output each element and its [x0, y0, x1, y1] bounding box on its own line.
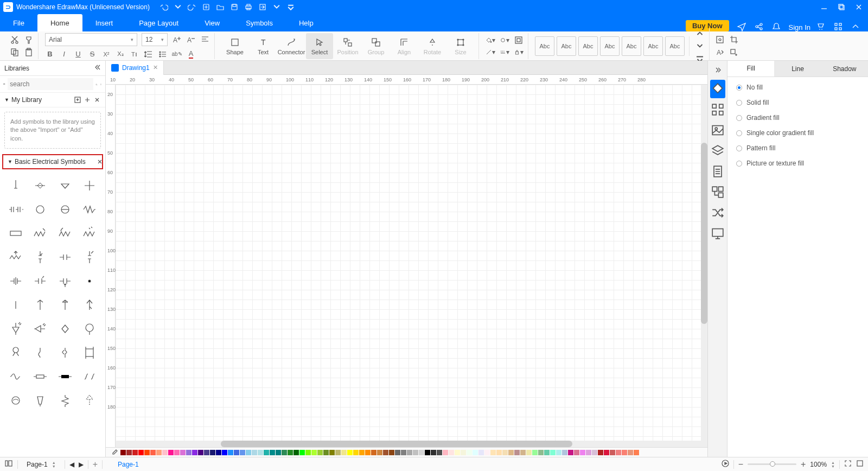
color-swatch[interactable] [228, 450, 233, 455]
tab-fill[interactable]: Fill [727, 61, 774, 77]
highlight-icon[interactable]: ab✎ [172, 49, 182, 59]
color-swatch[interactable] [502, 450, 508, 455]
color-swatch[interactable] [419, 450, 424, 455]
color-swatch[interactable] [138, 450, 144, 455]
color-swatch[interactable] [586, 450, 591, 455]
menu-page-layout[interactable]: Page Layout [126, 14, 192, 31]
fill-option-gradient-fill[interactable]: Gradient fill [736, 114, 859, 122]
same-size-icon[interactable] [514, 35, 524, 45]
drawing-canvas[interactable] [116, 85, 707, 447]
text-tool-button[interactable]: TText [250, 33, 277, 59]
color-swatch[interactable] [198, 450, 203, 455]
vertical-scrollbar[interactable] [701, 85, 707, 447]
color-swatch[interactable] [538, 450, 544, 455]
group-tool-button[interactable]: Group [362, 33, 390, 59]
grid-panel-icon[interactable] [710, 100, 725, 119]
color-swatch[interactable] [353, 450, 359, 455]
increase-font-icon[interactable]: A [172, 35, 182, 44]
theme-preset-5[interactable]: Abc [643, 36, 663, 56]
color-swatch[interactable] [299, 450, 305, 455]
menu-symbols[interactable]: Symbols [233, 14, 286, 31]
bullets-icon[interactable] [158, 49, 168, 59]
close-icon[interactable] [855, 3, 863, 11]
color-swatch[interactable] [634, 450, 639, 455]
subscript-icon[interactable]: X₂ [116, 49, 125, 59]
color-swatch[interactable] [413, 450, 418, 455]
zoom-down-icon[interactable]: ▼ [831, 464, 835, 468]
export-icon[interactable] [258, 3, 267, 11]
electrical-symbol-39[interactable] [78, 389, 103, 412]
shuffle-panel-icon[interactable] [710, 203, 725, 222]
color-swatch[interactable] [467, 450, 472, 455]
menu-home[interactable]: Home [37, 14, 82, 31]
zoom-level[interactable]: 100% [810, 461, 827, 468]
italic-icon[interactable]: I [59, 49, 69, 59]
electrical-symbol-7[interactable] [78, 198, 103, 221]
fill-panel-icon[interactable] [710, 80, 725, 98]
new-icon[interactable] [202, 3, 210, 11]
color-swatch[interactable] [288, 450, 293, 455]
theme-preset-4[interactable]: Abc [622, 36, 641, 56]
align-tool-button[interactable]: Align [391, 33, 418, 59]
close-tab-icon[interactable]: ✕ [153, 64, 158, 71]
shape-tool-icon[interactable]: ▾ [500, 35, 509, 45]
menu-file[interactable]: File [0, 14, 37, 31]
font-size-combo[interactable]: 12▾ [142, 33, 168, 46]
color-swatch[interactable] [550, 450, 556, 455]
eyedropper-icon[interactable] [111, 448, 118, 456]
color-swatch[interactable] [192, 450, 197, 455]
color-swatch[interactable] [556, 450, 561, 455]
copy-icon[interactable] [10, 47, 20, 57]
shape-tool-button[interactable]: Shape [221, 33, 248, 59]
electrical-symbol-2[interactable] [53, 174, 78, 198]
next-page-icon[interactable]: ▶ [79, 461, 84, 468]
superscript-icon[interactable]: X² [101, 49, 111, 59]
color-swatch[interactable] [496, 450, 502, 455]
menu-help[interactable]: Help [286, 14, 327, 31]
collapse-ribbon-icon[interactable] [851, 22, 860, 31]
zoom-slider[interactable] [748, 463, 796, 465]
import-icon[interactable] [74, 96, 81, 104]
collapse-libraries-icon[interactable] [93, 63, 101, 73]
electrical-symbol-27[interactable] [78, 317, 103, 341]
color-swatch[interactable] [598, 450, 603, 455]
electrical-symbol-29[interactable] [28, 341, 53, 365]
electrical-symbol-31[interactable] [78, 341, 103, 365]
color-swatch[interactable] [544, 450, 550, 455]
color-swatch[interactable] [484, 450, 490, 455]
color-swatch[interactable] [347, 450, 353, 455]
line-tool-icon[interactable]: ▾ [486, 47, 495, 57]
align-text-icon[interactable] [200, 35, 210, 44]
color-swatch[interactable] [216, 450, 221, 455]
color-swatch[interactable] [478, 450, 484, 455]
play-icon[interactable] [722, 460, 729, 469]
fill-option-single-color-gradient-fill[interactable]: Single color gradient fill [736, 129, 859, 137]
bold-icon[interactable]: B [45, 49, 55, 59]
page-panel-icon[interactable] [710, 162, 725, 181]
color-swatch[interactable] [341, 450, 347, 455]
components-panel-icon[interactable] [710, 183, 725, 201]
add-icon[interactable] [84, 96, 91, 104]
color-swatch[interactable] [282, 450, 287, 455]
electrical-symbol-23[interactable] [78, 293, 103, 317]
font-color-icon[interactable]: A [186, 49, 196, 59]
redo-icon[interactable] [188, 3, 196, 11]
fill-option-solid-fill[interactable]: Solid fill [736, 99, 859, 106]
color-swatch[interactable] [425, 450, 430, 455]
theme-preset-2[interactable]: Abc [578, 36, 598, 56]
electrical-symbol-5[interactable] [28, 198, 53, 221]
undo-dropdown-icon[interactable] [174, 3, 182, 11]
text-format-icon[interactable]: A [715, 48, 725, 58]
apps-icon[interactable] [833, 22, 843, 31]
decrease-font-icon[interactable]: A [186, 35, 196, 44]
color-swatch[interactable] [365, 450, 371, 455]
color-swatch[interactable] [580, 450, 585, 455]
color-swatch[interactable] [120, 450, 126, 455]
electrical-symbol-30[interactable] [53, 341, 78, 365]
electrical-symbol-12[interactable] [3, 245, 28, 269]
color-swatch[interactable] [144, 450, 150, 455]
rotate-tool-button[interactable]: Rotate [419, 33, 446, 59]
color-swatch[interactable] [168, 450, 174, 455]
color-swatch[interactable] [401, 450, 406, 455]
zoom-in-icon[interactable]: + [801, 460, 806, 469]
